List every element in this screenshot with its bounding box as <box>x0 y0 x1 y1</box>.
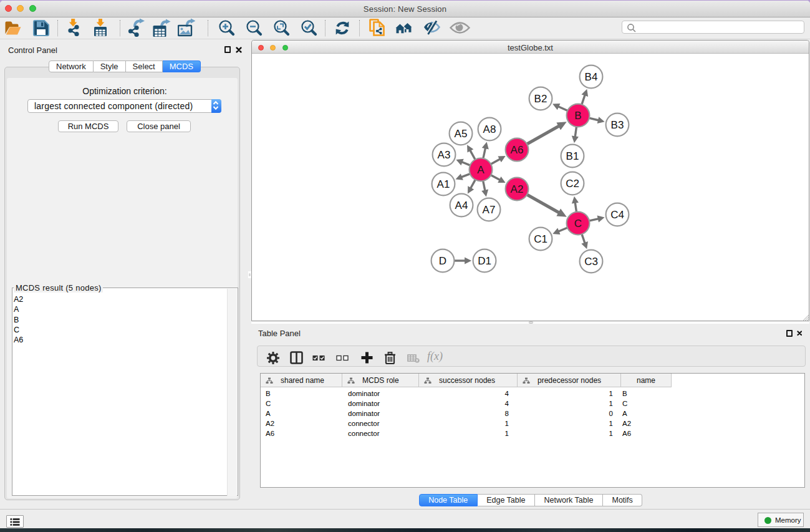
svg-text:B3: B3 <box>611 119 624 131</box>
svg-text:A3: A3 <box>438 149 451 161</box>
svg-text:A8: A8 <box>483 123 496 135</box>
svg-text:C4: C4 <box>610 209 624 221</box>
svg-text:D1: D1 <box>478 255 491 267</box>
svg-text:D: D <box>439 255 446 267</box>
svg-text:A4: A4 <box>455 200 468 211</box>
svg-text:A1: A1 <box>437 178 450 190</box>
svg-text:A7: A7 <box>483 204 496 216</box>
svg-text:B1: B1 <box>566 150 579 162</box>
svg-text:C3: C3 <box>584 256 598 268</box>
svg-text:B2: B2 <box>534 93 547 105</box>
svg-text:A2: A2 <box>511 183 524 195</box>
svg-text:A6: A6 <box>511 144 524 156</box>
svg-text:A: A <box>477 164 485 176</box>
svg-text:A5: A5 <box>455 128 468 140</box>
svg-text:C: C <box>574 218 582 230</box>
svg-text:C2: C2 <box>566 178 579 190</box>
svg-text:B4: B4 <box>585 71 598 83</box>
svg-text:C1: C1 <box>534 233 547 245</box>
svg-text:B: B <box>574 110 581 122</box>
